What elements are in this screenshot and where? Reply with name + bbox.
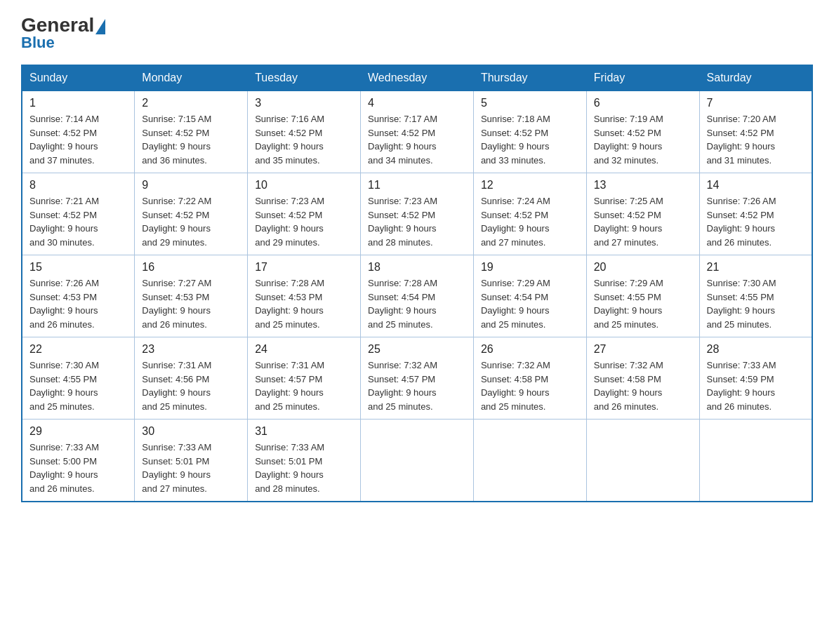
logo-triangle-icon bbox=[95, 19, 105, 34]
day-number: 15 bbox=[29, 261, 127, 274]
header-sunday: Sunday bbox=[22, 65, 135, 90]
day-number: 27 bbox=[594, 343, 692, 356]
day-number: 1 bbox=[29, 97, 127, 109]
day-info: Sunrise: 7:17 AMSunset: 4:52 PMDaylight:… bbox=[368, 114, 437, 166]
day-number: 8 bbox=[29, 179, 127, 192]
calendar-cell: 31 Sunrise: 7:33 AMSunset: 5:01 PMDaylig… bbox=[248, 420, 361, 502]
day-number: 24 bbox=[255, 343, 353, 356]
calendar-header: SundayMondayTuesdayWednesdayThursdayFrid… bbox=[22, 65, 812, 90]
calendar-cell bbox=[361, 420, 474, 502]
week-row-4: 22 Sunrise: 7:30 AMSunset: 4:55 PMDaylig… bbox=[22, 337, 812, 420]
calendar-table: SundayMondayTuesdayWednesdayThursdayFrid… bbox=[21, 65, 813, 502]
week-row-5: 29 Sunrise: 7:33 AMSunset: 5:00 PMDaylig… bbox=[22, 420, 812, 502]
day-number: 21 bbox=[707, 261, 805, 274]
header-tuesday: Tuesday bbox=[248, 65, 361, 90]
calendar-cell: 3 Sunrise: 7:16 AMSunset: 4:52 PMDayligh… bbox=[248, 90, 361, 173]
day-info: Sunrise: 7:29 AMSunset: 4:55 PMDaylight:… bbox=[594, 278, 663, 330]
day-number: 17 bbox=[255, 261, 353, 274]
header-saturday: Saturday bbox=[699, 65, 812, 90]
calendar-cell: 21 Sunrise: 7:30 AMSunset: 4:55 PMDaylig… bbox=[699, 255, 812, 337]
day-number: 3 bbox=[255, 97, 353, 109]
calendar-cell: 2 Sunrise: 7:15 AMSunset: 4:52 PMDayligh… bbox=[135, 90, 248, 173]
calendar-cell: 6 Sunrise: 7:19 AMSunset: 4:52 PMDayligh… bbox=[586, 90, 699, 173]
day-number: 22 bbox=[29, 343, 127, 356]
calendar-cell: 22 Sunrise: 7:30 AMSunset: 4:55 PMDaylig… bbox=[22, 337, 135, 420]
calendar-cell: 24 Sunrise: 7:31 AMSunset: 4:57 PMDaylig… bbox=[248, 337, 361, 420]
calendar-cell bbox=[586, 420, 699, 502]
day-number: 7 bbox=[707, 97, 805, 109]
header-monday: Monday bbox=[135, 65, 248, 90]
calendar-cell: 11 Sunrise: 7:23 AMSunset: 4:52 PMDaylig… bbox=[361, 173, 474, 255]
header-row: SundayMondayTuesdayWednesdayThursdayFrid… bbox=[22, 65, 812, 90]
calendar-cell: 7 Sunrise: 7:20 AMSunset: 4:52 PMDayligh… bbox=[699, 90, 812, 173]
day-info: Sunrise: 7:32 AMSunset: 4:58 PMDaylight:… bbox=[481, 360, 550, 412]
day-info: Sunrise: 7:26 AMSunset: 4:53 PMDaylight:… bbox=[29, 278, 99, 330]
week-row-2: 8 Sunrise: 7:21 AMSunset: 4:52 PMDayligh… bbox=[22, 173, 812, 255]
day-info: Sunrise: 7:27 AMSunset: 4:53 PMDaylight:… bbox=[142, 278, 211, 330]
calendar-cell: 12 Sunrise: 7:24 AMSunset: 4:52 PMDaylig… bbox=[473, 173, 586, 255]
day-number: 20 bbox=[594, 261, 692, 274]
logo: General Blue bbox=[21, 14, 107, 52]
day-info: Sunrise: 7:22 AMSunset: 4:52 PMDaylight:… bbox=[142, 196, 211, 248]
day-info: Sunrise: 7:21 AMSunset: 4:52 PMDaylight:… bbox=[29, 196, 99, 248]
calendar-cell: 4 Sunrise: 7:17 AMSunset: 4:52 PMDayligh… bbox=[361, 90, 474, 173]
calendar-cell: 8 Sunrise: 7:21 AMSunset: 4:52 PMDayligh… bbox=[22, 173, 135, 255]
week-row-3: 15 Sunrise: 7:26 AMSunset: 4:53 PMDaylig… bbox=[22, 255, 812, 337]
day-number: 11 bbox=[368, 179, 466, 192]
header-thursday: Thursday bbox=[473, 65, 586, 90]
day-info: Sunrise: 7:30 AMSunset: 4:55 PMDaylight:… bbox=[29, 360, 99, 412]
day-number: 19 bbox=[481, 261, 579, 274]
calendar-body: 1 Sunrise: 7:14 AMSunset: 4:52 PMDayligh… bbox=[22, 90, 812, 502]
header-friday: Friday bbox=[586, 65, 699, 90]
day-info: Sunrise: 7:30 AMSunset: 4:55 PMDaylight:… bbox=[707, 278, 776, 330]
day-info: Sunrise: 7:32 AMSunset: 4:57 PMDaylight:… bbox=[368, 360, 437, 412]
day-info: Sunrise: 7:28 AMSunset: 4:53 PMDaylight:… bbox=[255, 278, 324, 330]
day-number: 4 bbox=[368, 97, 466, 109]
calendar-cell: 19 Sunrise: 7:29 AMSunset: 4:54 PMDaylig… bbox=[473, 255, 586, 337]
day-info: Sunrise: 7:18 AMSunset: 4:52 PMDaylight:… bbox=[481, 114, 550, 166]
header-wednesday: Wednesday bbox=[361, 65, 474, 90]
calendar-cell: 30 Sunrise: 7:33 AMSunset: 5:01 PMDaylig… bbox=[135, 420, 248, 502]
calendar-cell: 9 Sunrise: 7:22 AMSunset: 4:52 PMDayligh… bbox=[135, 173, 248, 255]
day-info: Sunrise: 7:31 AMSunset: 4:57 PMDaylight:… bbox=[255, 360, 324, 412]
day-info: Sunrise: 7:25 AMSunset: 4:52 PMDaylight:… bbox=[594, 196, 663, 248]
day-number: 6 bbox=[594, 97, 692, 109]
page-header: General Blue bbox=[21, 14, 813, 52]
day-number: 31 bbox=[255, 425, 353, 438]
calendar-cell: 14 Sunrise: 7:26 AMSunset: 4:52 PMDaylig… bbox=[699, 173, 812, 255]
day-info: Sunrise: 7:28 AMSunset: 4:54 PMDaylight:… bbox=[368, 278, 437, 330]
calendar-cell: 28 Sunrise: 7:33 AMSunset: 4:59 PMDaylig… bbox=[699, 337, 812, 420]
day-number: 18 bbox=[368, 261, 466, 274]
calendar-cell bbox=[699, 420, 812, 502]
day-number: 9 bbox=[142, 179, 240, 192]
day-info: Sunrise: 7:19 AMSunset: 4:52 PMDaylight:… bbox=[594, 114, 663, 166]
week-row-1: 1 Sunrise: 7:14 AMSunset: 4:52 PMDayligh… bbox=[22, 90, 812, 173]
calendar-cell: 27 Sunrise: 7:32 AMSunset: 4:58 PMDaylig… bbox=[586, 337, 699, 420]
day-info: Sunrise: 7:33 AMSunset: 5:00 PMDaylight:… bbox=[29, 442, 99, 494]
calendar-cell: 29 Sunrise: 7:33 AMSunset: 5:00 PMDaylig… bbox=[22, 420, 135, 502]
day-number: 29 bbox=[29, 425, 127, 438]
calendar-cell: 17 Sunrise: 7:28 AMSunset: 4:53 PMDaylig… bbox=[248, 255, 361, 337]
day-info: Sunrise: 7:24 AMSunset: 4:52 PMDaylight:… bbox=[481, 196, 550, 248]
day-number: 10 bbox=[255, 179, 353, 192]
calendar-cell bbox=[473, 420, 586, 502]
day-number: 16 bbox=[142, 261, 240, 274]
day-info: Sunrise: 7:23 AMSunset: 4:52 PMDaylight:… bbox=[368, 196, 437, 248]
day-number: 5 bbox=[481, 97, 579, 109]
day-number: 23 bbox=[142, 343, 240, 356]
day-info: Sunrise: 7:23 AMSunset: 4:52 PMDaylight:… bbox=[255, 196, 324, 248]
day-info: Sunrise: 7:31 AMSunset: 4:56 PMDaylight:… bbox=[142, 360, 211, 412]
day-info: Sunrise: 7:15 AMSunset: 4:52 PMDaylight:… bbox=[142, 114, 211, 166]
day-info: Sunrise: 7:33 AMSunset: 5:01 PMDaylight:… bbox=[142, 442, 211, 494]
calendar-cell: 10 Sunrise: 7:23 AMSunset: 4:52 PMDaylig… bbox=[248, 173, 361, 255]
day-number: 12 bbox=[481, 179, 579, 192]
day-info: Sunrise: 7:29 AMSunset: 4:54 PMDaylight:… bbox=[481, 278, 550, 330]
day-info: Sunrise: 7:16 AMSunset: 4:52 PMDaylight:… bbox=[255, 114, 324, 166]
day-number: 13 bbox=[594, 179, 692, 192]
logo-blue: Blue bbox=[21, 34, 55, 52]
day-number: 26 bbox=[481, 343, 579, 356]
calendar-cell: 13 Sunrise: 7:25 AMSunset: 4:52 PMDaylig… bbox=[586, 173, 699, 255]
calendar-cell: 23 Sunrise: 7:31 AMSunset: 4:56 PMDaylig… bbox=[135, 337, 248, 420]
day-info: Sunrise: 7:33 AMSunset: 5:01 PMDaylight:… bbox=[255, 442, 324, 494]
calendar-cell: 15 Sunrise: 7:26 AMSunset: 4:53 PMDaylig… bbox=[22, 255, 135, 337]
